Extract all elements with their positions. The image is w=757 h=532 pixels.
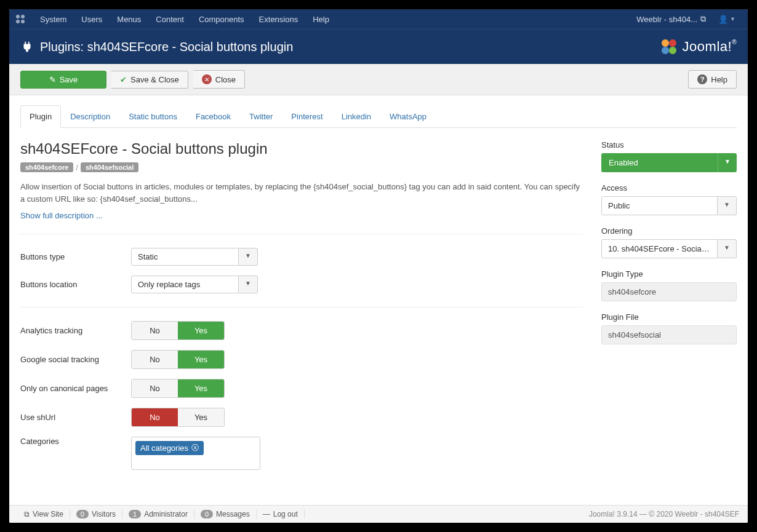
view-site-link[interactable]: ⧉ View Site: [18, 510, 70, 518]
select-status[interactable]: Enabled ▼: [601, 153, 737, 172]
menu-help[interactable]: Help: [305, 10, 337, 29]
admins-link[interactable]: 1 Administrator: [122, 510, 194, 518]
main-column: sh404SEFcore - Social buttons plugin sh4…: [20, 140, 583, 480]
help-icon: ?: [697, 74, 707, 84]
content-area: Plugin Description Static buttons Facebo…: [9, 95, 748, 505]
menu-items: System Users Menus Content Components Ex…: [33, 10, 337, 29]
toggle-no[interactable]: No: [132, 322, 178, 339]
save-close-button[interactable]: ✔ Save & Close: [111, 71, 188, 89]
field-plugin-type: Plugin Type sh404sefcore: [601, 269, 737, 301]
menu-users[interactable]: Users: [74, 10, 110, 29]
field-ordering: Ordering 10. sh404SEFcore - Social b... …: [601, 226, 737, 258]
plugin-badges: sh404sefcore / sh404sefsocial: [20, 162, 583, 172]
show-full-description-link[interactable]: Show full description ...: [20, 211, 103, 220]
label-analytics-tracking: Analytics tracking: [20, 326, 131, 335]
menu-components[interactable]: Components: [191, 10, 252, 29]
logout-link[interactable]: — Log out: [257, 510, 305, 518]
top-menubar: System Users Menus Content Components Ex…: [9, 9, 748, 29]
cancel-icon: ✕: [202, 74, 212, 84]
toggle-yes[interactable]: Yes: [178, 379, 224, 397]
help-label: Help: [711, 75, 727, 84]
field-plugin-file: Plugin File sh404sefsocial: [601, 312, 737, 344]
row-google-social: Google social tracking No Yes: [20, 350, 583, 369]
access-value: Public: [601, 196, 718, 215]
external-link-icon: ⧉: [24, 510, 30, 518]
divider: [20, 307, 583, 308]
caret-down-icon: ▼: [718, 196, 737, 215]
sidebar-column: Status Enabled ▼ Access Public ▼ Orderin…: [601, 140, 737, 480]
menu-content[interactable]: Content: [148, 10, 191, 29]
svg-point-4: [662, 39, 669, 47]
toggle-no[interactable]: No: [132, 408, 178, 426]
user-menu[interactable]: 👤 ▼: [712, 10, 742, 29]
caret-down-icon: ▼: [730, 16, 735, 22]
tab-description[interactable]: Description: [61, 105, 119, 128]
category-chip: All categories ⓧ: [135, 441, 204, 455]
label-ordering: Ordering: [601, 226, 737, 236]
badge-folder: sh404sefcore: [20, 162, 73, 172]
svg-point-2: [16, 20, 20, 23]
categories-input[interactable]: All categories ⓧ: [131, 437, 260, 470]
joomla-icon: [15, 14, 25, 24]
label-buttons-type: Buttons type: [20, 252, 131, 261]
plugin-description: Allow insertion of Social buttons in art…: [20, 181, 583, 205]
select-buttons-location-value: Only replace tags: [131, 276, 239, 293]
select-buttons-location[interactable]: Only replace tags ▼: [131, 276, 258, 293]
messages-link[interactable]: 0 Messages: [194, 510, 257, 518]
toggle-no[interactable]: No: [132, 379, 178, 397]
remove-chip-icon[interactable]: ⓧ: [191, 443, 199, 453]
tab-facebook[interactable]: Facebook: [186, 105, 240, 128]
tab-twitter[interactable]: Twitter: [240, 105, 282, 128]
divider: [20, 234, 583, 234]
menu-system[interactable]: System: [33, 10, 74, 29]
select-ordering[interactable]: 10. sh404SEFcore - Social b... ▼: [601, 239, 737, 258]
close-label: Close: [215, 75, 236, 84]
select-buttons-type[interactable]: Static ▼: [131, 248, 258, 266]
site-link[interactable]: Weeblr - sh404... ⧉: [630, 9, 712, 29]
caret-down-icon: ▼: [239, 248, 258, 266]
view-site-label: View Site: [33, 510, 63, 518]
save-button[interactable]: ✎ Save: [20, 71, 106, 89]
toggle-google-social: No Yes: [131, 350, 225, 369]
tab-linkedin[interactable]: Linkedin: [332, 105, 380, 128]
admins-count: 1: [129, 510, 141, 518]
svg-point-0: [16, 15, 20, 18]
caret-down-icon: ▼: [239, 276, 258, 293]
external-link-icon: ⧉: [700, 14, 706, 24]
apply-icon: ✎: [49, 75, 56, 84]
help-button[interactable]: ? Help: [688, 70, 737, 89]
joomla-logo-text: Joomla!®: [683, 39, 737, 55]
menu-extensions[interactable]: Extensions: [252, 10, 306, 29]
tab-pinterest[interactable]: Pinterest: [282, 105, 332, 128]
row-categories: Categories All categories ⓧ: [20, 437, 583, 470]
toggle-yes[interactable]: Yes: [178, 351, 224, 368]
tab-whatsapp[interactable]: WhatsApp: [380, 105, 436, 128]
svg-point-3: [21, 20, 25, 23]
label-buttons-location: Buttons location: [20, 280, 131, 289]
caret-down-icon: ▼: [718, 239, 737, 258]
tab-plugin[interactable]: Plugin: [20, 105, 61, 128]
page-title: Plugins: sh404SEFcore - Social buttons p…: [40, 40, 293, 54]
plugin-file-value: sh404sefsocial: [601, 325, 737, 344]
menu-menus[interactable]: Menus: [110, 10, 148, 29]
row-use-shurl: Use shUrl No Yes: [20, 408, 583, 427]
toggle-yes[interactable]: Yes: [178, 322, 224, 339]
label-use-shurl: Use shUrl: [20, 413, 131, 422]
logout-icon: —: [263, 510, 270, 518]
toggle-no[interactable]: No: [132, 351, 178, 368]
toggle-analytics-tracking: No Yes: [131, 321, 225, 340]
tab-static-buttons[interactable]: Static buttons: [119, 105, 186, 128]
messages-count: 0: [201, 510, 213, 518]
select-access[interactable]: Public ▼: [601, 196, 737, 215]
chip-label: All categories: [140, 443, 188, 453]
svg-point-5: [669, 39, 676, 47]
caret-down-icon: ▼: [718, 153, 737, 172]
svg-point-1: [21, 15, 25, 18]
toggle-yes[interactable]: Yes: [178, 408, 224, 426]
visitors-link[interactable]: 0 Visitors: [70, 510, 122, 518]
site-link-label: Weeblr - sh404...: [636, 15, 697, 24]
admins-label: Administrator: [144, 510, 188, 518]
close-button[interactable]: ✕ Close: [193, 70, 245, 89]
save-label: Save: [60, 75, 78, 84]
select-buttons-type-value: Static: [131, 248, 239, 266]
